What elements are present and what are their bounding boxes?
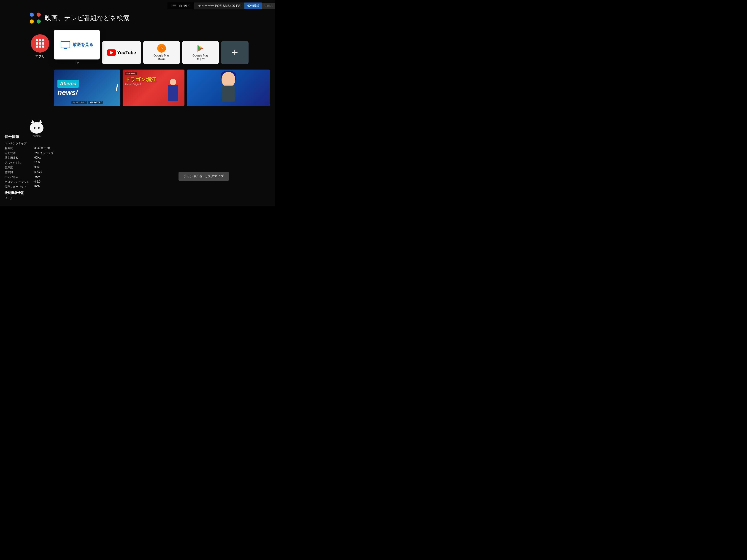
signal-row-chroma: クロマフォーマット 4:2:0	[5, 180, 69, 184]
signal-title: 信号情報	[5, 134, 69, 139]
signal-row-rgb: RGB/Y色差 YUV	[5, 175, 69, 179]
signal-key: 音声フォーマット	[5, 185, 32, 189]
app-launcher-button[interactable]: アプリ	[30, 34, 50, 58]
signal-val: 3840 × 2160	[34, 146, 50, 150]
google-assistant-icon	[30, 12, 41, 24]
abema-drama-bg: AbemaTV. ドラゴン堀江 Abema Original	[123, 70, 184, 106]
signal-val: 30bit	[34, 166, 40, 169]
search-placeholder-text: 映画、テレビ番組などを検索	[45, 14, 130, 22]
cat-eye-left	[34, 127, 35, 129]
google-dot-red	[36, 12, 41, 17]
gps-label: Google Play ストア	[192, 54, 208, 61]
signal-key: 解像度	[5, 146, 32, 150]
signal-val: sRGB	[34, 170, 42, 174]
person-suit	[168, 85, 178, 101]
tile-abema-anime[interactable]	[187, 70, 270, 106]
channel-label: チャンネルを	[184, 174, 203, 179]
search-area[interactable]: 映画、テレビ番組などを検索	[30, 12, 130, 24]
signal-row-audio: 音声フォーマット PCM	[5, 185, 69, 189]
signal-row-maker: メーカー	[5, 196, 69, 201]
tile-youtube[interactable]: YouTube	[102, 41, 141, 64]
signal-key: RGB/Y色差	[5, 175, 32, 179]
signal-key: 色空間	[5, 170, 32, 174]
hdmi-icon	[172, 4, 177, 8]
tile-abema-news[interactable]: Abema news/ / 24 HOURS / 365 DAYS /	[54, 70, 120, 106]
signal-table: コンテンツタイプ 解像度 3840 × 2160 走査方式 プログレッシブ 垂直…	[5, 141, 69, 189]
apps-row: アプリ 放送を見る TV	[30, 34, 270, 106]
resolution-badge: 3840	[262, 3, 275, 9]
signal-key: 垂直周波数	[5, 156, 32, 160]
tile-tv-sublabel: TV	[75, 61, 79, 64]
signal-val: 4:2:0	[34, 180, 41, 184]
youtube-label: YouTube	[117, 50, 136, 55]
abema-drama-person	[163, 76, 183, 106]
signal-section2-title: 接続機器情報	[5, 191, 69, 195]
tile-tv[interactable]: 放送を見る TV	[54, 30, 100, 59]
google-dot-green	[36, 20, 41, 24]
tile-abema-drama[interactable]: AbemaTV. ドラゴン堀江 Abema Original	[123, 70, 184, 106]
signal-row-scan: 走査方式 プログレッシブ	[5, 151, 69, 155]
google-play-music-icon	[157, 44, 166, 53]
tuner-badge: チューナー POE-SMB400-PS	[194, 2, 244, 9]
signal-row-resolution: 解像度 3840 × 2160	[5, 146, 69, 150]
cat-ear-right	[39, 120, 42, 123]
abema-news-logo: Abema	[57, 80, 79, 88]
anime-body	[222, 85, 235, 102]
signal-row-depth: 色深度 30bit	[5, 166, 69, 169]
person-head	[170, 79, 176, 85]
abema-news-slash: /	[115, 83, 118, 93]
svg-rect-1	[173, 5, 176, 6]
launcher-circle	[31, 34, 49, 53]
abema-news-hours: 24 HOURS / 365 DAYS /	[71, 101, 103, 104]
anime-head	[222, 72, 235, 87]
plus-icon: +	[232, 47, 238, 58]
abema-news-title: news/	[57, 89, 78, 96]
signal-val: YUV	[34, 175, 40, 179]
signal-key: クロマフォーマット	[5, 180, 32, 184]
svg-point-4	[161, 48, 162, 49]
youtube-icon	[107, 49, 116, 56]
abema-tv-badge: AbemaTV.	[125, 72, 137, 75]
signal-row-freq: 垂直周波数 60Hz	[5, 156, 69, 160]
tv-screen: HDMI 1 チューナー POE-SMB400-PS HDMI接続 3840 映…	[0, 0, 275, 206]
abema-hours-badge: 24 HOURS /	[71, 101, 87, 104]
hdmi-connection-badge: HDMI接続	[244, 2, 262, 9]
signal-val: PCM	[34, 185, 41, 189]
signal-key: アスペクト比	[5, 161, 32, 165]
signal-key: コンテンツタイプ	[5, 141, 32, 145]
top-bar: HDMI 1 チューナー POE-SMB400-PS HDMI接続 3840	[168, 2, 275, 9]
customize-button[interactable]: カスタマイズ	[205, 174, 224, 179]
google-dot-yellow	[30, 20, 34, 24]
customize-area: チャンネルを カスタマイズ	[179, 172, 229, 181]
signal-key: 走査方式	[5, 151, 32, 155]
signal-val: 60Hz	[34, 156, 41, 160]
abema-news-bg: Abema news/ / 24 HOURS / 365 DAYS /	[54, 70, 120, 106]
cat-eyes	[34, 127, 40, 129]
signal-val: プログレッシブ	[34, 151, 54, 155]
google-play-store-icon	[196, 44, 205, 53]
youtube-logo: YouTube	[107, 49, 136, 56]
signal-info-panel: 信号情報 コンテンツタイプ 解像度 3840 × 2160 走査方式 プログレッ…	[0, 130, 73, 206]
google-dot-blue	[30, 12, 34, 17]
main-content: アプリ 放送を見る TV	[30, 34, 270, 111]
anime-character	[215, 72, 242, 104]
signal-row-aspect: アスペクト比 16:9	[5, 161, 69, 165]
top-tiles-row: 放送を見る TV YouTube	[54, 34, 270, 64]
person-silhouette	[165, 79, 181, 106]
signal-row-content-type: コンテンツタイプ	[5, 141, 69, 145]
tuner-label: チューナー POE-SMB400-PS	[198, 4, 240, 7]
tv-icon-wrap: 放送を見る	[61, 41, 93, 48]
launcher-label: アプリ	[35, 54, 45, 58]
tile-tv-label: 放送を見る	[73, 42, 93, 47]
tile-add-channel[interactable]: +	[221, 41, 249, 64]
tile-google-play-store[interactable]: Google Play ストア	[182, 41, 219, 64]
youtube-play-icon	[110, 51, 113, 54]
signal-key: メーカー	[5, 196, 32, 201]
anime-face	[187, 70, 270, 106]
signal-key: 色深度	[5, 166, 32, 169]
tile-google-play-music[interactable]: Google Play Music	[143, 41, 180, 64]
signal-val: 16:9	[34, 161, 40, 165]
resolution-label: 3840	[265, 4, 272, 7]
tiles-container: 放送を見る TV YouTube	[54, 34, 270, 106]
tv-monitor-icon	[61, 41, 70, 48]
